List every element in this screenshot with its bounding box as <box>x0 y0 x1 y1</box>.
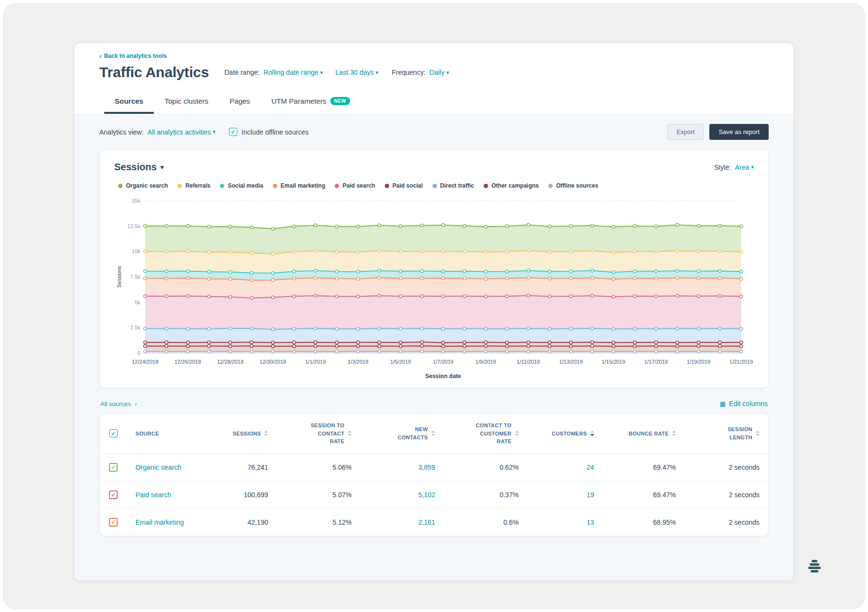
sessions-area-chart: 02.5k5k7.5k10k12.5k15k12/24/201812/26/20… <box>114 194 756 383</box>
customers-link[interactable]: 24 <box>587 463 595 471</box>
sessions-value: 42,190 <box>210 508 277 536</box>
analytics-view-dropdown[interactable]: All analytics activities ▾ <box>148 128 216 136</box>
bounce-rate-value: 68.95% <box>603 508 685 536</box>
source-link[interactable]: Email marketing <box>136 518 184 526</box>
sort-icon[interactable] <box>431 431 435 436</box>
tab-topic-clusters[interactable]: Topic clusters <box>154 91 219 114</box>
legend-item-paid-search[interactable]: Paid search <box>335 182 375 189</box>
sort-icon[interactable] <box>348 431 352 436</box>
legend-item-other-campaigns[interactable]: Other campaigns <box>484 182 539 189</box>
svg-text:1/17/2019: 1/17/2019 <box>644 359 668 365</box>
customers-link[interactable]: 19 <box>587 491 595 499</box>
legend-item-referrals[interactable]: Referrals <box>177 182 210 189</box>
date-range-label: Date range: <box>224 68 259 76</box>
date-controls: Date range: Rolling date range ▾ Last 30… <box>224 68 449 76</box>
chevron-down-icon: ▾ <box>213 129 216 135</box>
svg-text:Sessions: Sessions <box>116 266 122 287</box>
all-sources-link[interactable]: All sources › <box>100 400 137 408</box>
tab-sources[interactable]: Sources <box>104 91 154 114</box>
column-header-session-length[interactable]: SESSION LENGTH <box>685 414 768 453</box>
date-range-dropdown[interactable]: Rolling date range ▾ <box>263 68 323 76</box>
select-all-checkbox[interactable]: ✓ <box>109 429 118 437</box>
style-control: Style: Area ▾ <box>714 163 754 171</box>
chevron-left-icon: ‹ <box>99 53 102 59</box>
chevron-right-icon: › <box>135 400 137 408</box>
sort-icon[interactable] <box>672 431 676 436</box>
column-header-session-to-contact-rate[interactable]: SESSION TO CONTACT RATE <box>277 414 360 453</box>
tab-bar: Sources Topic clusters Pages UTM Paramet… <box>99 91 769 114</box>
new-contacts-link[interactable]: 2,161 <box>418 518 435 526</box>
metric-dropdown[interactable]: Sessions ▾ <box>114 162 163 173</box>
chevron-down-icon: ▾ <box>376 69 379 76</box>
column-header-bounce-rate[interactable]: BOUNCE RATE <box>603 414 685 453</box>
sources-table-panel: ✓ SOURCE SESSIONS SESSION TO CONTACT RAT… <box>99 413 769 536</box>
sessions-value: 100,699 <box>210 481 277 508</box>
legend-item-social-media[interactable]: Social media <box>220 182 263 189</box>
tab-pages[interactable]: Pages <box>219 91 261 114</box>
save-as-report-button[interactable]: Save as report <box>709 124 769 140</box>
column-header-contact-to-customer-rate[interactable]: CONTACT TO CUSTOMER RATE <box>444 414 527 453</box>
legend-item-direct-traffic[interactable]: Direct traffic <box>433 182 475 189</box>
back-to-analytics-link[interactable]: ‹ Back to analytics tools <box>99 53 167 59</box>
svg-text:15k: 15k <box>132 198 140 204</box>
column-header-new-contacts[interactable]: NEW CONTACTS <box>360 414 444 453</box>
svg-text:10k: 10k <box>132 248 140 254</box>
legend-item-email-marketing[interactable]: Email marketing <box>273 182 326 189</box>
check-icon: ✓ <box>231 129 235 136</box>
chart-header: Sessions ▾ Style: Area ▾ <box>114 162 754 173</box>
customers-link[interactable]: 13 <box>587 518 595 526</box>
svg-text:12/26/2018: 12/26/2018 <box>175 359 201 365</box>
svg-text:5k: 5k <box>135 299 140 305</box>
sort-icon-active[interactable] <box>590 431 594 436</box>
series-color-dot <box>273 184 277 188</box>
check-icon: ✓ <box>111 430 116 437</box>
series-color-dot <box>385 184 389 188</box>
session-length-value: 2 seconds <box>685 481 768 508</box>
source-link[interactable]: Organic search <box>136 463 181 471</box>
session-to-contact-rate-value: 5.12% <box>277 508 360 536</box>
sort-icon[interactable] <box>264 431 268 436</box>
page-header: ‹ Back to analytics tools Traffic Analyt… <box>74 43 794 114</box>
new-contacts-link[interactable]: 5,102 <box>418 491 435 499</box>
svg-text:7.5k: 7.5k <box>130 274 140 280</box>
bounce-rate-value: 69.47% <box>603 481 685 508</box>
series-color-dot <box>177 184 182 188</box>
sessions-value: 76,241 <box>210 453 277 481</box>
grid-icon: ▦ <box>720 400 726 408</box>
toolbar-actions: Export Save as report <box>667 124 769 140</box>
svg-text:12/28/2018: 12/28/2018 <box>217 359 244 365</box>
desktop-background: ‹ Back to analytics tools Traffic Analyt… <box>3 3 865 609</box>
title-row: Traffic Analytics Date range: Rolling da… <box>99 64 769 81</box>
column-header-source[interactable]: SOURCE <box>127 414 210 453</box>
period-dropdown[interactable]: Last 30 days ▾ <box>336 68 379 76</box>
svg-text:1/11/2019: 1/11/2019 <box>517 359 540 365</box>
source-link[interactable]: Paid search <box>136 491 171 499</box>
back-link-label: Back to analytics tools <box>104 53 167 59</box>
sort-icon[interactable] <box>515 431 519 436</box>
frequency-label: Frequency: <box>392 68 426 76</box>
column-header-sessions[interactable]: SESSIONS <box>210 414 277 453</box>
legend-item-offline-sources[interactable]: Offline sources <box>548 182 598 189</box>
row-checkbox[interactable]: ✓ <box>109 463 118 472</box>
svg-text:1/5/2019: 1/5/2019 <box>390 359 411 365</box>
svg-text:12.5k: 12.5k <box>127 223 140 229</box>
row-checkbox[interactable]: ✓ <box>109 490 118 499</box>
sources-table: ✓ SOURCE SESSIONS SESSION TO CONTACT RAT… <box>100 414 768 536</box>
edit-columns-link[interactable]: ▦ Edit columns <box>720 400 768 408</box>
legend-item-paid-social[interactable]: Paid social <box>385 182 423 189</box>
series-color-dot <box>548 184 553 188</box>
row-checkbox[interactable]: ✓ <box>109 518 118 527</box>
frequency-dropdown[interactable]: Daily ▾ <box>430 68 449 76</box>
new-contacts-link[interactable]: 3,859 <box>418 463 435 471</box>
include-offline-checkbox[interactable]: ✓ <box>229 128 237 136</box>
style-dropdown[interactable]: Area ▾ <box>735 163 754 171</box>
style-label: Style: <box>714 163 731 171</box>
sort-icon[interactable] <box>756 431 760 436</box>
contact-to-customer-rate-value: 0.6% <box>444 508 527 536</box>
legend-item-organic-search[interactable]: Organic search <box>118 182 168 189</box>
export-button[interactable]: Export <box>667 124 704 140</box>
column-header-customers[interactable]: CUSTOMERS <box>528 414 603 453</box>
svg-text:1/15/2019: 1/15/2019 <box>602 359 625 365</box>
svg-text:1/19/2019: 1/19/2019 <box>687 359 710 365</box>
tab-utm-parameters[interactable]: UTM Parameters NEW <box>261 91 361 114</box>
